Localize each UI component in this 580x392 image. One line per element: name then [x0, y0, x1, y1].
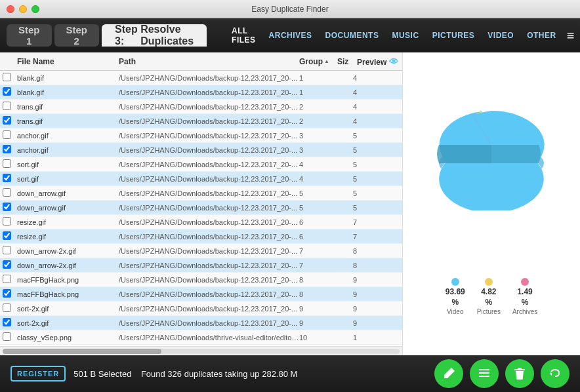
cell-group: 5: [299, 189, 337, 197]
cell-path: /Users/JPZHANG/Downloads/backup-12.23.20…: [119, 204, 299, 212]
svg-rect-5: [479, 376, 489, 377]
legend-label-archives: Archives: [512, 308, 537, 315]
tab-archives[interactable]: ARCHIVES: [264, 28, 318, 43]
cell-size: 9: [337, 276, 357, 284]
close-button[interactable]: [7, 5, 14, 13]
row-checkbox[interactable]: [3, 289, 11, 298]
row-checkbox[interactable]: [3, 275, 11, 283]
row-checkbox[interactable]: [3, 102, 11, 110]
horizontal-scrollbar[interactable]: [0, 346, 402, 355]
action-buttons: [434, 359, 570, 388]
cell-path: /Users/JPZHANG/Downloads/backup-12.23.20…: [119, 117, 299, 125]
cell-size: 4: [337, 74, 357, 82]
cell-group: 5: [299, 204, 337, 212]
register-button[interactable]: REGISTER: [10, 366, 66, 382]
cell-size: 4: [337, 103, 357, 111]
row-checkbox[interactable]: [3, 231, 11, 240]
cell-filename: macFFBgHack.png: [17, 290, 119, 298]
main-content: File Name Path Group ▲ Siz Preview 👁 bla…: [0, 52, 580, 355]
row-checkbox[interactable]: [3, 304, 11, 312]
pie-chart: [426, 92, 557, 210]
row-checkbox[interactable]: [3, 203, 11, 211]
cell-filename: sort-2x.gif: [17, 305, 119, 313]
legend-pct-video: 93.69: [445, 287, 465, 296]
table-row: resize.gif /Users/JPZHANG/Downloads/back…: [0, 215, 402, 229]
cell-filename: sort-2x.gif: [17, 319, 119, 327]
step3-label: Step 3: Resolve Duplicates: [102, 24, 207, 47]
trash-button[interactable]: [505, 359, 534, 388]
eye-icon[interactable]: 👁: [389, 56, 398, 67]
legend-item-video: 93.69% Video: [445, 278, 465, 315]
size-col-header: Siz: [337, 57, 357, 66]
row-checkbox[interactable]: [3, 246, 11, 254]
cell-size: 5: [337, 161, 357, 168]
table-row: resize.gif /Users/JPZHANG/Downloads/back…: [0, 229, 402, 244]
edit-button[interactable]: [434, 359, 463, 388]
cell-size: 9: [337, 290, 357, 298]
cell-size: 5: [337, 146, 357, 154]
cell-group: 6: [299, 218, 337, 226]
cell-filename: down_arrow.gif: [17, 189, 119, 197]
cell-filename: sort.gif: [17, 175, 119, 183]
row-checkbox[interactable]: [3, 332, 11, 341]
table-header: File Name Path Group ▲ Siz Preview 👁: [0, 52, 402, 71]
minimize-button[interactable]: [19, 5, 27, 13]
step2-button[interactable]: Step 2: [54, 24, 100, 47]
table-row: trans.gif /Users/JPZHANG/Downloads/backu…: [0, 100, 402, 114]
cell-path: /Users/JPZHANG/Downloads/backup-12.23.20…: [119, 74, 299, 82]
cell-filename: classy_vSep.png: [17, 334, 119, 342]
cell-group: 7: [299, 247, 337, 255]
preview-col-header: Preview 👁: [357, 56, 400, 67]
row-checkbox[interactable]: [3, 217, 11, 225]
row-checkbox[interactable]: [3, 73, 11, 81]
row-checkbox[interactable]: [3, 318, 11, 326]
row-checkbox[interactable]: [3, 145, 11, 153]
cell-size: 4: [337, 117, 357, 125]
scroll-thumb[interactable]: [3, 349, 161, 354]
legend-dot-archives: [521, 278, 529, 286]
cell-path: /Users/JPZHANG/Downloads/backup-12.23.20…: [119, 88, 299, 96]
fullscreen-button[interactable]: [31, 5, 39, 13]
row-checkbox[interactable]: [3, 159, 11, 168]
cell-size: 5: [337, 204, 357, 212]
table-row: down_arrow.gif /Users/JPZHANG/Downloads/…: [0, 201, 402, 215]
table-row: blank.gif /Users/JPZHANG/Downloads/backu…: [0, 85, 402, 100]
cell-size: 5: [337, 189, 357, 197]
tab-all-files[interactable]: ALL FILES: [226, 24, 261, 47]
cell-filename: macFFBgHack.png: [17, 276, 119, 284]
sort-arrow-icon: ▲: [324, 58, 329, 64]
table-area: File Name Path Group ▲ Siz Preview 👁 bla…: [0, 52, 403, 355]
tab-music[interactable]: MUSIC: [386, 28, 424, 43]
tab-documents[interactable]: DOCUMENTS: [320, 28, 384, 43]
scroll-track[interactable]: [3, 349, 400, 354]
app-title: Easy Duplicate Finder: [251, 5, 328, 14]
cell-path: /Users/JPZHANG/Downloads/backup-12.23.20…: [119, 189, 299, 197]
table-row: sort.gif /Users/JPZHANG/Downloads/backup…: [0, 157, 402, 172]
row-checkbox[interactable]: [3, 188, 11, 197]
table-row: down_arrow-2x.gif /Users/JPZHANG/Downloa…: [0, 258, 402, 273]
cell-filename: trans.gif: [17, 117, 119, 125]
table-row: trans.gif /Users/JPZHANG/Downloads/backu…: [0, 114, 402, 128]
cell-group: 7: [299, 262, 337, 269]
tab-video[interactable]: VIDEO: [482, 28, 519, 43]
menu-button[interactable]: ≡: [562, 26, 580, 46]
tab-pictures[interactable]: PICTURES: [427, 28, 480, 43]
cell-path: /Users/JPZHANG/Downloads/backup-12.23.20…: [119, 305, 299, 313]
filename-col-header: File Name: [17, 57, 119, 66]
step1-button[interactable]: Step 1: [7, 24, 52, 47]
nav-tabs: ALL FILES ARCHIVES DOCUMENTS MUSIC PICTU…: [226, 24, 562, 47]
cell-size: 1: [337, 334, 357, 342]
row-checkbox[interactable]: [3, 260, 11, 269]
legend-pct-pictures: 4.82: [481, 287, 496, 296]
list-button[interactable]: [470, 359, 499, 388]
tab-other[interactable]: OTHER: [522, 28, 562, 43]
row-checkbox[interactable]: [3, 174, 11, 182]
table-row: macFFBgHack.png /Users/JPZHANG/Downloads…: [0, 287, 402, 302]
cell-filename: down_arrow.gif: [17, 204, 119, 212]
cell-size: 9: [337, 305, 357, 313]
undo-button[interactable]: [541, 359, 570, 388]
row-checkbox[interactable]: [3, 130, 11, 139]
row-checkbox[interactable]: [3, 116, 11, 125]
table-row: anchor.gif /Users/JPZHANG/Downloads/back…: [0, 143, 402, 157]
row-checkbox[interactable]: [3, 87, 11, 96]
